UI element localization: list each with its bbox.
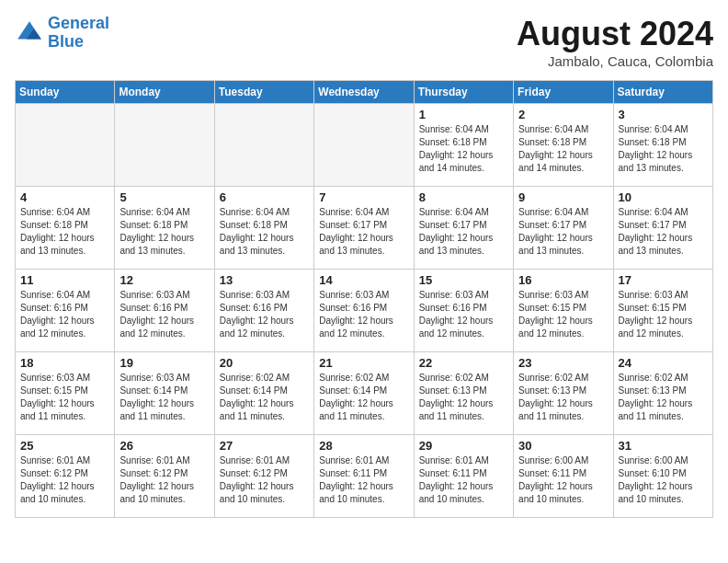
day-number: 2 <box>518 108 608 121</box>
weekday-header-thursday: Thursday <box>414 81 513 104</box>
calendar-cell: 22Sunrise: 6:02 AM Sunset: 6:13 PM Dayli… <box>414 352 513 435</box>
day-number: 31 <box>619 439 708 453</box>
day-info: Sunrise: 6:01 AM Sunset: 6:12 PM Dayligh… <box>220 454 309 506</box>
day-info: Sunrise: 6:03 AM Sunset: 6:16 PM Dayligh… <box>119 289 209 340</box>
day-info: Sunrise: 6:02 AM Sunset: 6:13 PM Dayligh… <box>619 372 708 423</box>
weekday-header-monday: Monday <box>115 81 214 104</box>
month-title: August 2024 <box>517 15 713 53</box>
day-info: Sunrise: 6:04 AM Sunset: 6:18 PM Dayligh… <box>419 123 508 175</box>
day-number: 23 <box>518 356 608 370</box>
day-number: 22 <box>419 356 508 370</box>
logo-line2: Blue <box>48 32 84 51</box>
day-number: 1 <box>419 108 508 121</box>
day-number: 17 <box>619 273 708 287</box>
day-info: Sunrise: 6:04 AM Sunset: 6:18 PM Dayligh… <box>220 206 309 258</box>
day-info: Sunrise: 6:01 AM Sunset: 6:11 PM Dayligh… <box>319 454 408 506</box>
day-info: Sunrise: 6:01 AM Sunset: 6:12 PM Dayligh… <box>20 454 109 506</box>
calendar-cell: 17Sunrise: 6:03 AM Sunset: 6:15 PM Dayli… <box>613 270 712 352</box>
day-number: 19 <box>119 356 209 370</box>
calendar-cell: 2Sunrise: 6:04 AM Sunset: 6:18 PM Daylig… <box>514 104 613 187</box>
day-info: Sunrise: 6:04 AM Sunset: 6:16 PM Dayligh… <box>20 289 109 340</box>
day-number: 24 <box>619 356 708 370</box>
day-info: Sunrise: 6:02 AM Sunset: 6:13 PM Dayligh… <box>518 372 608 423</box>
day-number: 20 <box>220 356 309 370</box>
day-info: Sunrise: 6:03 AM Sunset: 6:15 PM Dayligh… <box>619 289 708 340</box>
day-number: 26 <box>119 439 209 453</box>
day-info: Sunrise: 6:01 AM Sunset: 6:11 PM Dayligh… <box>419 454 508 506</box>
calendar-cell <box>214 104 313 187</box>
day-number: 6 <box>220 190 309 204</box>
calendar-cell: 20Sunrise: 6:02 AM Sunset: 6:14 PM Dayli… <box>214 352 313 435</box>
day-number: 21 <box>319 356 408 370</box>
calendar-cell: 5Sunrise: 6:04 AM Sunset: 6:18 PM Daylig… <box>115 187 214 270</box>
calendar-cell: 10Sunrise: 6:04 AM Sunset: 6:17 PM Dayli… <box>613 187 712 270</box>
weekday-header-wednesday: Wednesday <box>314 81 414 104</box>
day-info: Sunrise: 6:03 AM Sunset: 6:15 PM Dayligh… <box>518 289 608 340</box>
day-info: Sunrise: 6:03 AM Sunset: 6:15 PM Dayligh… <box>20 372 109 423</box>
day-number: 15 <box>419 273 508 287</box>
day-number: 11 <box>20 273 109 287</box>
day-info: Sunrise: 6:04 AM Sunset: 6:18 PM Dayligh… <box>619 123 708 175</box>
day-number: 18 <box>20 356 109 370</box>
weekday-header-friday: Friday <box>514 81 613 104</box>
day-info: Sunrise: 6:04 AM Sunset: 6:17 PM Dayligh… <box>319 206 408 258</box>
title-area: August 2024 Jambalo, Cauca, Colombia <box>517 15 713 69</box>
day-number: 4 <box>20 190 109 204</box>
day-number: 5 <box>119 190 209 204</box>
calendar-cell: 13Sunrise: 6:03 AM Sunset: 6:16 PM Dayli… <box>214 270 313 352</box>
weekday-header-sunday: Sunday <box>16 81 115 104</box>
calendar-cell: 6Sunrise: 6:04 AM Sunset: 6:18 PM Daylig… <box>214 187 313 270</box>
logo: General Blue <box>15 15 109 52</box>
week-row-3: 11Sunrise: 6:04 AM Sunset: 6:16 PM Dayli… <box>16 270 713 352</box>
calendar-cell: 12Sunrise: 6:03 AM Sunset: 6:16 PM Dayli… <box>115 270 214 352</box>
day-number: 25 <box>20 439 109 453</box>
calendar-cell: 30Sunrise: 6:00 AM Sunset: 6:11 PM Dayli… <box>514 435 613 518</box>
calendar-cell: 18Sunrise: 6:03 AM Sunset: 6:15 PM Dayli… <box>16 352 115 435</box>
day-number: 30 <box>518 439 608 453</box>
calendar-cell: 9Sunrise: 6:04 AM Sunset: 6:17 PM Daylig… <box>514 187 613 270</box>
day-number: 16 <box>518 273 608 287</box>
day-info: Sunrise: 6:04 AM Sunset: 6:17 PM Dayligh… <box>518 206 608 258</box>
calendar-cell: 14Sunrise: 6:03 AM Sunset: 6:16 PM Dayli… <box>314 270 414 352</box>
calendar-cell: 7Sunrise: 6:04 AM Sunset: 6:17 PM Daylig… <box>314 187 414 270</box>
calendar-cell: 8Sunrise: 6:04 AM Sunset: 6:17 PM Daylig… <box>414 187 513 270</box>
day-info: Sunrise: 6:03 AM Sunset: 6:16 PM Dayligh… <box>319 289 408 340</box>
calendar-cell <box>115 104 214 187</box>
day-number: 27 <box>220 439 309 453</box>
calendar-table: SundayMondayTuesdayWednesdayThursdayFrid… <box>15 80 713 518</box>
day-number: 8 <box>419 190 508 204</box>
weekday-header-row: SundayMondayTuesdayWednesdayThursdayFrid… <box>16 81 713 104</box>
calendar-cell: 28Sunrise: 6:01 AM Sunset: 6:11 PM Dayli… <box>314 435 414 518</box>
calendar-cell: 27Sunrise: 6:01 AM Sunset: 6:12 PM Dayli… <box>214 435 313 518</box>
calendar-cell <box>314 104 414 187</box>
calendar-cell: 4Sunrise: 6:04 AM Sunset: 6:18 PM Daylig… <box>16 187 115 270</box>
calendar-cell: 15Sunrise: 6:03 AM Sunset: 6:16 PM Dayli… <box>414 270 513 352</box>
day-number: 29 <box>419 439 508 453</box>
day-info: Sunrise: 6:03 AM Sunset: 6:14 PM Dayligh… <box>119 372 209 423</box>
calendar-cell: 11Sunrise: 6:04 AM Sunset: 6:16 PM Dayli… <box>16 270 115 352</box>
day-info: Sunrise: 6:02 AM Sunset: 6:14 PM Dayligh… <box>220 372 309 423</box>
day-info: Sunrise: 6:03 AM Sunset: 6:16 PM Dayligh… <box>419 289 508 340</box>
day-number: 3 <box>619 108 708 121</box>
calendar-cell: 3Sunrise: 6:04 AM Sunset: 6:18 PM Daylig… <box>613 104 712 187</box>
week-row-4: 18Sunrise: 6:03 AM Sunset: 6:15 PM Dayli… <box>16 352 713 435</box>
calendar-cell <box>16 104 115 187</box>
day-number: 10 <box>619 190 708 204</box>
day-info: Sunrise: 6:00 AM Sunset: 6:11 PM Dayligh… <box>518 454 608 506</box>
day-number: 9 <box>518 190 608 204</box>
calendar-cell: 25Sunrise: 6:01 AM Sunset: 6:12 PM Dayli… <box>16 435 115 518</box>
day-info: Sunrise: 6:04 AM Sunset: 6:18 PM Dayligh… <box>20 206 109 258</box>
day-number: 13 <box>220 273 309 287</box>
calendar-cell: 21Sunrise: 6:02 AM Sunset: 6:14 PM Dayli… <box>314 352 414 435</box>
day-info: Sunrise: 6:03 AM Sunset: 6:16 PM Dayligh… <box>220 289 309 340</box>
week-row-5: 25Sunrise: 6:01 AM Sunset: 6:12 PM Dayli… <box>16 435 713 518</box>
location-subtitle: Jambalo, Cauca, Colombia <box>517 53 713 69</box>
weekday-header-tuesday: Tuesday <box>214 81 313 104</box>
logo-icon <box>15 18 44 48</box>
calendar-cell: 29Sunrise: 6:01 AM Sunset: 6:11 PM Dayli… <box>414 435 513 518</box>
day-info: Sunrise: 6:01 AM Sunset: 6:12 PM Dayligh… <box>119 454 209 506</box>
day-info: Sunrise: 6:02 AM Sunset: 6:14 PM Dayligh… <box>319 372 408 423</box>
calendar-cell: 19Sunrise: 6:03 AM Sunset: 6:14 PM Dayli… <box>115 352 214 435</box>
week-row-2: 4Sunrise: 6:04 AM Sunset: 6:18 PM Daylig… <box>16 187 713 270</box>
calendar-cell: 16Sunrise: 6:03 AM Sunset: 6:15 PM Dayli… <box>514 270 613 352</box>
